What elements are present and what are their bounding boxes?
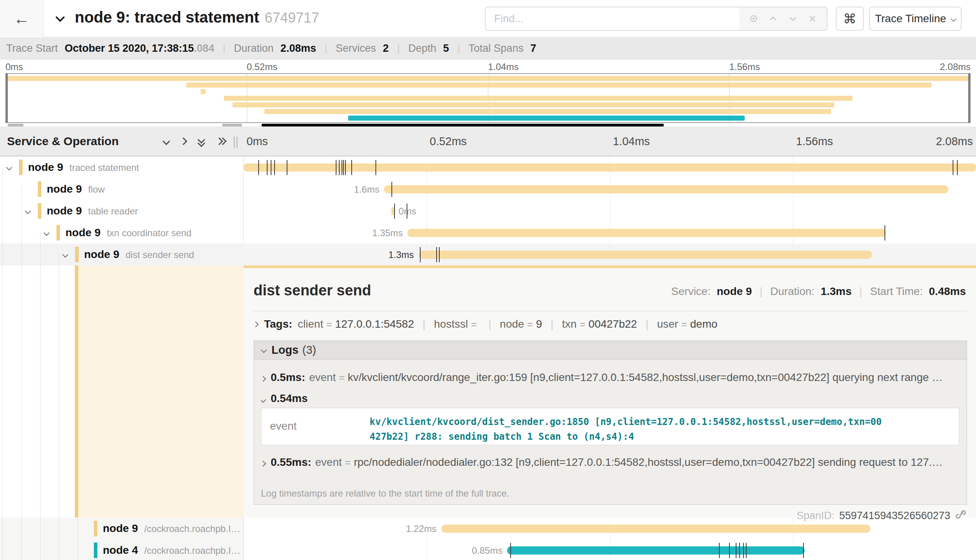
- find-group: [485, 7, 828, 31]
- span-row-timeline[interactable]: [243, 156, 976, 178]
- tree-collapse-icon[interactable]: [26, 208, 30, 215]
- minimap-span-bar: [224, 96, 853, 101]
- chevron-down-icon: [261, 347, 267, 353]
- detail-stat: Start Time: 0.48ms: [870, 285, 966, 297]
- log-marker-tick: [884, 225, 885, 241]
- separator: |: [551, 318, 553, 330]
- span-duration-label: 1.6ms: [243, 184, 379, 195]
- span-operation-name: table reader: [88, 206, 138, 216]
- span-duration-bar[interactable]: [407, 229, 886, 237]
- tree-collapse-icon[interactable]: [63, 251, 67, 258]
- deep-link-icon[interactable]: [955, 509, 967, 523]
- log-marker-tick: [271, 160, 271, 175]
- trace-name: node 9: traced statement: [75, 9, 259, 26]
- trace-stat: Duration 2.08ms: [234, 42, 316, 54]
- span-duration-bar[interactable]: [441, 525, 870, 533]
- separator: |: [397, 43, 400, 54]
- expand-all-icon[interactable]: [217, 136, 225, 146]
- log-entry[interactable]: 0.5ms:event=kv/kvclient/kvcoord/range_it…: [261, 371, 960, 384]
- keyboard-shortcuts-button[interactable]: ⌘: [836, 7, 864, 31]
- span-service-name: node 4/cockroach.roachpb.I…: [103, 544, 240, 556]
- span-operation-name: /cockroach.roachpb.I…: [144, 545, 240, 556]
- log-marker-tick: [339, 160, 340, 175]
- log-marker-tick: [351, 160, 352, 175]
- collapse-all-icon[interactable]: [198, 136, 206, 146]
- clear-search-icon[interactable]: [807, 14, 817, 24]
- tags-row[interactable]: Tags:client=127.0.0.1:54582|hostssl=|nod…: [254, 318, 967, 330]
- span-row-name[interactable]: node 9table reader: [0, 200, 243, 222]
- view-selector-button[interactable]: Trace Timeline: [869, 7, 962, 31]
- log-marker-tick: [736, 543, 736, 558]
- chevron-down-icon: [55, 12, 65, 22]
- span-operation-name: /cockroach.roachpb.I…: [144, 523, 240, 534]
- span-row-timeline[interactable]: 0.85ms: [243, 539, 976, 560]
- log-marker-tick: [957, 160, 958, 175]
- log-marker-tick: [336, 160, 336, 175]
- span-row-name[interactable]: node 9dist sender send: [0, 244, 243, 265]
- log-marker-tick: [739, 543, 740, 558]
- separator: |: [458, 43, 460, 54]
- log-marker-tick: [267, 160, 268, 175]
- minimap-scroll-nub[interactable]: [8, 124, 23, 126]
- span-row-name[interactable]: node 9flow: [0, 178, 243, 200]
- span-row-name[interactable]: node 9/cockroach.roachpb.I…: [0, 518, 243, 539]
- logs-header[interactable]: Logs (3): [254, 341, 967, 360]
- tree-collapse-icon[interactable]: [44, 230, 49, 237]
- span-row-timeline[interactable]: 1.6ms: [243, 178, 976, 200]
- minimap-span-bar: [186, 83, 932, 88]
- log-entry[interactable]: 0.54ms: [261, 392, 960, 405]
- timeline-tick-label: 0.52ms: [430, 135, 467, 148]
- logs-label: Logs: [271, 344, 298, 356]
- trace-minimap[interactable]: [5, 73, 971, 123]
- log-entry[interactable]: 0.55ms:event=rpc/nodedialer/nodedialer.g…: [261, 456, 960, 469]
- log-marker-tick: [394, 204, 395, 219]
- span-row-timeline[interactable]: 1.3ms: [243, 244, 976, 265]
- back-arrow-icon: ←: [14, 9, 30, 28]
- expand-one-icon[interactable]: [180, 137, 187, 145]
- span-row-name[interactable]: node 9traced statement: [0, 156, 243, 178]
- span-row-timeline[interactable]: 0ms: [243, 200, 976, 222]
- minimap-scrubber-left[interactable]: [5, 73, 8, 123]
- timeline-axis: 0ms0.52ms1.04ms1.56ms2.08ms: [243, 126, 976, 156]
- span-duration-bar[interactable]: [384, 185, 948, 193]
- span-row-name[interactable]: node 4/cockroach.roachpb.I…: [0, 539, 243, 560]
- span-row-timeline[interactable]: 1.35ms: [243, 222, 976, 244]
- back-button[interactable]: ←: [0, 0, 44, 37]
- service-color-accent: [94, 542, 97, 558]
- span-service-name: node 9/cockroach.roachpb.I…: [103, 522, 240, 535]
- separator: |: [760, 285, 763, 297]
- column-resize-handle[interactable]: [234, 137, 239, 148]
- trace-timeline-page: ← node 9: traced statement6749717: [0, 0, 976, 560]
- tag-item: client=127.0.0.1:54582: [298, 318, 414, 330]
- span-duration-bar[interactable]: [391, 207, 394, 215]
- tree-collapse-icon[interactable]: [7, 164, 11, 171]
- service-operation-header: Service & Operation: [0, 126, 243, 156]
- prev-result-icon[interactable]: [768, 14, 778, 24]
- collapse-one-icon[interactable]: [162, 137, 170, 145]
- minimap-scroll-nub[interactable]: [222, 124, 242, 126]
- span-row-name[interactable]: node 9txn coordinator send: [0, 222, 243, 244]
- timeline-tick-label: 2.08ms: [936, 135, 973, 148]
- span-duration-bar[interactable]: [243, 163, 976, 172]
- trace-stat: Depth 5: [408, 42, 449, 54]
- span-duration-bar[interactable]: [419, 251, 872, 259]
- minimap-scrollbar[interactable]: [262, 124, 664, 126]
- service-color-accent: [38, 203, 41, 219]
- log-marker-tick: [436, 247, 437, 262]
- page-title: node 9: traced statement6749717: [75, 9, 319, 26]
- service-color-accent: [19, 160, 23, 175]
- locate-icon[interactable]: [749, 14, 759, 24]
- next-result-icon[interactable]: [788, 14, 798, 24]
- minimap-tick-label: 1.56ms: [729, 61, 760, 72]
- selected-span-tree-stripe: [75, 265, 78, 518]
- minimap-tick-label: 2.08ms: [940, 61, 971, 72]
- span-duration-label: 1.35ms: [243, 228, 403, 239]
- minimap-scrubber-right[interactable]: [968, 73, 971, 123]
- detail-stat: Duration: 1.3ms: [770, 285, 852, 297]
- log-marker-tick: [391, 182, 392, 197]
- find-input[interactable]: [486, 7, 739, 30]
- span-duration-bar[interactable]: [507, 546, 805, 555]
- service-color-accent: [38, 181, 41, 197]
- trace-collapse-toggle[interactable]: [57, 14, 63, 22]
- log-marker-tick: [510, 543, 511, 558]
